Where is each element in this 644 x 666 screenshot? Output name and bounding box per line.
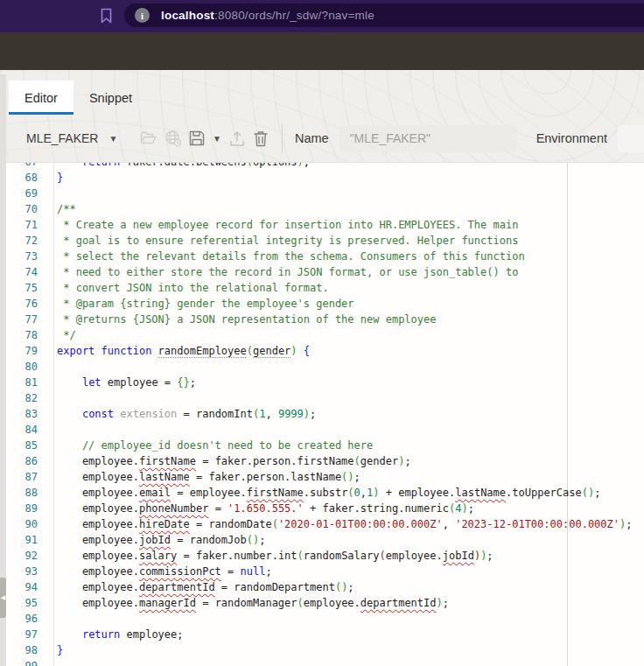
line-text: * convert JSON into the relational forma…	[57, 280, 329, 296]
code-line-90[interactable]: 90 employee.hireDate = randomDate('2020-…	[6, 516, 644, 532]
code-line-94[interactable]: 94 employee.departmentId = randomDepartm…	[6, 579, 644, 595]
delete-button[interactable]	[249, 123, 274, 153]
code-line-67[interactable]: 67 return faker.date.betweens(options);	[6, 162, 644, 170]
chevron-down-icon: ▼	[108, 134, 117, 144]
tab-editor-label: Editor	[24, 91, 58, 105]
environment-input[interactable]	[618, 125, 644, 152]
line-number: 73	[6, 249, 38, 264]
line-text: employee.salary = faker.number.int(rando…	[57, 548, 494, 564]
code-content: 67 return faker.date.betweens(options);6…	[6, 162, 644, 666]
line-text: * Create a new employee record for inser…	[57, 217, 518, 233]
main-content: ◀ Editor Snippet MLE_FAKER ▼	[0, 70, 644, 666]
code-line-86[interactable]: 86 employee.firstName = faker.person.fir…	[6, 453, 644, 469]
line-text: * select the relevant details from the s…	[57, 249, 525, 264]
save-menu-caret[interactable]: ▼	[209, 134, 225, 144]
tab-snippet-label: Snippet	[89, 91, 132, 105]
trash-icon	[254, 130, 268, 147]
url-host: localhost	[161, 9, 214, 22]
code-line-68[interactable]: 68}	[6, 170, 644, 186]
chevron-left-icon: ◀	[1, 594, 5, 601]
upload-button[interactable]	[225, 123, 249, 153]
url-text: localhost:8080/ords/hr/_sdw/?nav=mle	[161, 9, 374, 22]
code-line-76[interactable]: 76 * @param {string} gender the employee…	[6, 296, 644, 312]
code-line-69[interactable]: 69	[6, 186, 644, 201]
line-number: 78	[6, 327, 38, 343]
line-number: 97	[6, 627, 38, 642]
line-text: }	[57, 642, 63, 658]
code-line-96[interactable]: 96	[6, 611, 644, 627]
line-text: employee.jobId = randomJob();	[57, 532, 265, 548]
line-number: 72	[6, 233, 38, 249]
line-text: * goal is to ensure referential integrit…	[57, 233, 518, 249]
deploy-module-button[interactable]	[161, 123, 186, 153]
code-line-82[interactable]: 82	[6, 390, 644, 406]
code-editor[interactable]: 67 return faker.date.betweens(options);6…	[6, 162, 644, 666]
code-line-95[interactable]: 95 employee.managerId = randomManager(em…	[6, 595, 644, 611]
line-text: const extension = randomInt(1, 9999);	[57, 406, 316, 422]
line-number: 98	[6, 642, 38, 658]
code-line-93[interactable]: 93 employee.commissionPct = null;	[6, 564, 644, 579]
line-text: */	[57, 327, 76, 343]
code-line-73[interactable]: 73 * select the relevant details from th…	[6, 249, 644, 264]
line-text: employee.firstName = faker.person.firstN…	[57, 453, 411, 469]
line-number: 71	[6, 217, 38, 233]
code-line-75[interactable]: 75 * convert JSON into the relational fo…	[6, 280, 644, 296]
code-line-78[interactable]: 78 */	[6, 327, 644, 343]
code-line-85[interactable]: 85 // employee_id doesn't need to be cre…	[6, 438, 644, 453]
line-text: employee.lastName = faker.person.lastNam…	[57, 469, 360, 485]
code-line-77[interactable]: 77 * @returns {JSON} a JSON representati…	[6, 312, 644, 327]
line-text: return employee;	[57, 627, 184, 642]
environment-label: Environment	[536, 131, 607, 145]
splitter-collapse-handle[interactable]: ◀	[0, 578, 6, 618]
line-number: 94	[6, 579, 38, 595]
line-text: employee.managerId = randomManager(emplo…	[57, 595, 449, 611]
save-button[interactable]	[186, 123, 210, 153]
bookmark-icon[interactable]	[96, 6, 116, 25]
code-line-81[interactable]: 81 let employee = {};	[6, 375, 644, 390]
line-text: }	[57, 170, 63, 186]
code-line-79[interactable]: 79export function randomEmployee(gender)…	[6, 343, 644, 359]
code-line-88[interactable]: 88 employee.email = employee.firstName.s…	[6, 485, 644, 501]
code-line-83[interactable]: 83 const extension = randomInt(1, 9999);	[6, 406, 644, 422]
left-splitter[interactable]: ◀	[0, 74, 6, 666]
line-number: 88	[6, 485, 38, 501]
line-number: 83	[6, 406, 38, 422]
line-number: 90	[6, 516, 38, 532]
code-line-71[interactable]: 71 * Create a new employee record for in…	[6, 217, 644, 233]
line-number: 77	[6, 312, 38, 327]
object-selector-dropdown[interactable]: MLE_FAKER ▼	[26, 131, 117, 145]
code-line-80[interactable]: 80	[6, 359, 644, 375]
line-text: * @returns {JSON} a JSON representation …	[57, 312, 436, 327]
code-line-87[interactable]: 87 employee.lastName = faker.person.last…	[6, 469, 644, 485]
upload-icon	[229, 130, 245, 147]
code-line-91[interactable]: 91 employee.jobId = randomJob();	[6, 532, 644, 548]
line-text: * need to either store the record in JSO…	[57, 264, 518, 280]
line-number: 95	[6, 595, 38, 611]
code-line-97[interactable]: 97 return employee;	[6, 627, 644, 642]
code-line-99[interactable]: 99	[6, 658, 644, 666]
tab-snippet[interactable]: Snippet	[74, 81, 148, 115]
line-number: 75	[6, 280, 38, 296]
address-bar[interactable]: i localhost:8080/ords/hr/_sdw/?nav=mle	[124, 4, 644, 27]
code-line-98[interactable]: 98}	[6, 642, 644, 658]
line-text: /**	[57, 201, 76, 217]
editor-tabbar: Editor Snippet	[9, 81, 148, 115]
tab-editor[interactable]: Editor	[9, 81, 74, 115]
name-input[interactable]	[340, 125, 517, 152]
code-line-74[interactable]: 74 * need to either store the record in …	[6, 264, 644, 280]
code-line-89[interactable]: 89 employee.phoneNumber = '1.650.555.' +…	[6, 501, 644, 516]
code-line-70[interactable]: 70/**	[6, 201, 644, 217]
line-number: 82	[6, 390, 38, 406]
line-number: 74	[6, 264, 38, 280]
line-text: export function randomEmployee(gender) {	[57, 343, 310, 359]
code-line-92[interactable]: 92 employee.salary = faker.number.int(ra…	[6, 548, 644, 564]
line-text: // employee_id doesn't need to be create…	[57, 438, 373, 453]
site-info-icon[interactable]: i	[135, 8, 150, 23]
line-text: let employee = {};	[57, 375, 196, 390]
open-file-button[interactable]	[136, 123, 161, 153]
line-text: employee.hireDate = randomDate('2020-01-…	[57, 516, 632, 532]
code-line-84[interactable]: 84	[6, 422, 644, 438]
code-line-72[interactable]: 72 * goal is to ensure referential integ…	[6, 233, 644, 249]
line-number: 93	[6, 564, 38, 579]
line-number: 92	[6, 548, 38, 564]
